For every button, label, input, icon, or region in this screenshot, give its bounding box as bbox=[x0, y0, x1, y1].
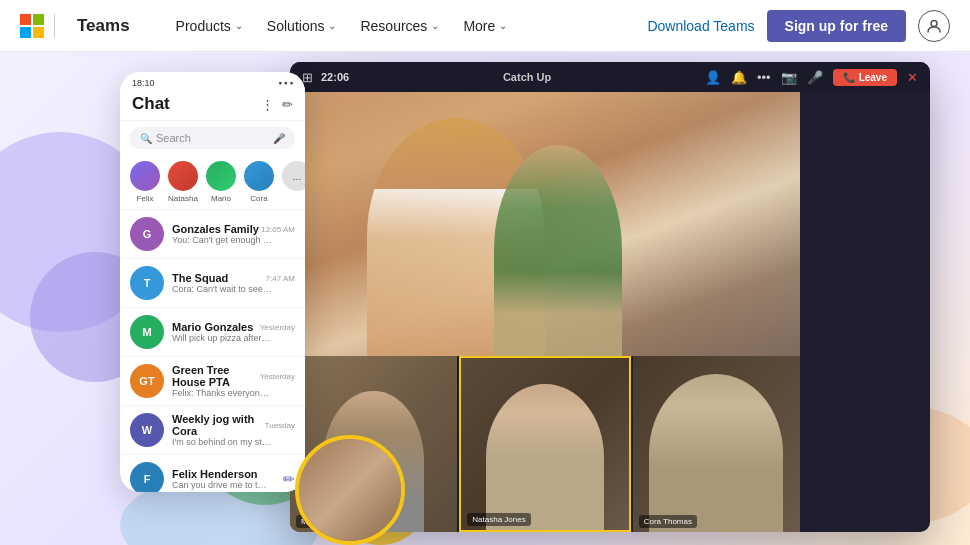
chat-info: Gonzales Family 12:05 AM You: Can't get … bbox=[172, 223, 295, 245]
person-circle bbox=[295, 435, 405, 545]
nav-products-label: Products bbox=[176, 18, 231, 34]
chat-time: Yesterday bbox=[260, 323, 295, 332]
phone-status-bar: 18:10 ▪ ▪ ▪ bbox=[120, 72, 305, 90]
chat-time: Yesterday bbox=[260, 372, 295, 381]
chat-name: Felix Henderson bbox=[172, 468, 258, 480]
list-item[interactable]: M Mario Gonzales Yesterday Will pick up … bbox=[120, 308, 305, 357]
chat-preview: I'm so behind on my step goals bbox=[172, 437, 272, 447]
chat-preview: Will pick up pizza after my practice. bbox=[172, 333, 272, 343]
leave-label: Leave bbox=[859, 72, 887, 83]
chat-time: 12:05 AM bbox=[261, 225, 295, 234]
video-name-natasha: Natasha Jones bbox=[467, 513, 530, 526]
nav-solutions[interactable]: Solutions ⌄ bbox=[257, 12, 347, 40]
chat-info: Weekly jog with Cora Tuesday I'm so behi… bbox=[172, 413, 295, 447]
phone-avatars-row: Felix Natasha Mario Cora ... bbox=[120, 155, 305, 210]
chat-name: The Squad bbox=[172, 272, 228, 284]
phone-compose-icon[interactable]: ✏ bbox=[282, 97, 293, 112]
chat-info: Mario Gonzales Yesterday Will pick up pi… bbox=[172, 321, 295, 343]
account-icon[interactable] bbox=[918, 10, 950, 42]
phone-chat-header: Chat ⋮ ✏ bbox=[120, 90, 305, 121]
search-placeholder: Search bbox=[156, 132, 191, 144]
avatar-cora[interactable]: Cora bbox=[244, 161, 274, 203]
search-icon: 🔍 bbox=[140, 133, 152, 144]
chat-name-row: Weekly jog with Cora Tuesday bbox=[172, 413, 295, 437]
chat-preview: Cora: Can't wait to see everyone! bbox=[172, 284, 272, 294]
brand-name: Teams bbox=[77, 16, 130, 36]
phone-header-icons: ⋮ ✏ bbox=[261, 97, 293, 112]
nav-products[interactable]: Products ⌄ bbox=[166, 12, 253, 40]
desktop-titlebar: ⊞ 22:06 Catch Up 👤 🔔 ••• 📷 🎤 📞 Leave ✕ bbox=[290, 62, 930, 92]
leave-button[interactable]: 📞 Leave bbox=[833, 69, 897, 86]
titlebar-controls: 👤 🔔 ••• 📷 🎤 📞 Leave ✕ bbox=[705, 69, 918, 86]
signup-button[interactable]: Sign up for free bbox=[767, 10, 906, 42]
chevron-down-icon: ⌄ bbox=[328, 20, 336, 31]
titlebar-left: ⊞ 22:06 bbox=[302, 70, 349, 85]
nav-more[interactable]: More ⌄ bbox=[453, 12, 517, 40]
chat-avatar: T bbox=[130, 266, 164, 300]
phone-search-bar[interactable]: 🔍 Search 🎤 bbox=[130, 127, 295, 149]
avatar-felix-label: Felix bbox=[137, 194, 154, 203]
chat-avatar: M bbox=[130, 315, 164, 349]
nav-more-label: More bbox=[463, 18, 495, 34]
chat-name: Gonzales Family bbox=[172, 223, 259, 235]
camera-icon[interactable]: 📷 bbox=[781, 70, 797, 85]
phone-filter-icon[interactable]: ⋮ bbox=[261, 97, 274, 112]
bell-icon[interactable]: 🔔 bbox=[731, 70, 747, 85]
avatar-mario-label: Mario bbox=[211, 194, 231, 203]
nav-resources-label: Resources bbox=[360, 18, 427, 34]
list-item[interactable]: T The Squad 7:47 AM Cora: Can't wait to … bbox=[120, 259, 305, 308]
avatar-more-icon: ... bbox=[282, 161, 305, 191]
video-big bbox=[290, 92, 800, 356]
chat-preview: Can you drive me to the PTA today bbox=[172, 480, 271, 490]
hero-section: 18:10 ▪ ▪ ▪ Chat ⋮ ✏ 🔍 Search 🎤 Felix bbox=[0, 52, 970, 545]
chat-avatar: W bbox=[130, 413, 164, 447]
avatar-cora-label: Cora bbox=[250, 194, 267, 203]
chat-name: Green Tree House PTA bbox=[172, 364, 260, 388]
chat-preview: You: Can't get enough of her! bbox=[172, 235, 272, 245]
close-icon[interactable]: ✕ bbox=[907, 70, 918, 85]
avatar-more[interactable]: ... bbox=[282, 161, 305, 203]
list-item[interactable]: W Weekly jog with Cora Tuesday I'm so be… bbox=[120, 406, 305, 455]
avatar-felix[interactable]: Felix bbox=[130, 161, 160, 203]
chat-name-row: Felix Henderson bbox=[172, 468, 271, 480]
avatar-natasha[interactable]: Natasha bbox=[168, 161, 198, 203]
main-nav: Products ⌄ Solutions ⌄ Resources ⌄ More … bbox=[166, 12, 648, 40]
mic-icon[interactable]: 🎤 bbox=[807, 70, 823, 85]
video-tile-natasha: Natasha Jones bbox=[459, 356, 630, 532]
grid-icon: ⊞ bbox=[302, 70, 313, 85]
dots-icon[interactable]: ••• bbox=[757, 70, 771, 85]
chat-name-row: Gonzales Family 12:05 AM bbox=[172, 223, 295, 235]
chat-title-text: Chat bbox=[132, 94, 170, 114]
chat-info: The Squad 7:47 AM Cora: Can't wait to se… bbox=[172, 272, 295, 294]
phone-status-icons: ▪ ▪ ▪ bbox=[278, 78, 293, 88]
people-icon[interactable]: 👤 bbox=[705, 70, 721, 85]
chat-info: Felix Henderson Can you drive me to the … bbox=[172, 468, 271, 490]
list-item[interactable]: G Gonzales Family 12:05 AM You: Can't ge… bbox=[120, 210, 305, 259]
avatar-mario[interactable]: Mario bbox=[206, 161, 236, 203]
chat-info: Green Tree House PTA Yesterday Felix: Th… bbox=[172, 364, 295, 398]
video-tile-cora: Cora Thomas bbox=[633, 356, 800, 532]
nav-solutions-label: Solutions bbox=[267, 18, 325, 34]
chat-name-row: Mario Gonzales Yesterday bbox=[172, 321, 295, 333]
list-item[interactable]: F Felix Henderson Can you drive me to th… bbox=[120, 455, 305, 492]
download-teams-link[interactable]: Download Teams bbox=[647, 18, 754, 34]
meeting-title: Catch Up bbox=[503, 71, 551, 83]
chat-name-row: Green Tree House PTA Yesterday bbox=[172, 364, 295, 388]
microsoft-logo bbox=[20, 14, 44, 38]
header-right: Download Teams Sign up for free bbox=[647, 10, 950, 42]
phone-hang-icon: 📞 bbox=[843, 72, 855, 83]
svg-point-0 bbox=[931, 20, 937, 26]
header-divider bbox=[54, 14, 55, 38]
chevron-down-icon: ⌄ bbox=[235, 20, 243, 31]
phone-time: 18:10 bbox=[132, 78, 155, 88]
chat-avatar: GT bbox=[130, 364, 164, 398]
list-item[interactable]: GT Green Tree House PTA Yesterday Felix:… bbox=[120, 357, 305, 406]
nav-resources[interactable]: Resources ⌄ bbox=[350, 12, 449, 40]
chevron-down-icon: ⌄ bbox=[431, 20, 439, 31]
chat-name: Mario Gonzales bbox=[172, 321, 253, 333]
compose-icon[interactable]: ✏ bbox=[283, 471, 295, 487]
phone-chat-title: Chat bbox=[132, 94, 170, 114]
avatar-natasha-label: Natasha bbox=[168, 194, 198, 203]
header: Teams Products ⌄ Solutions ⌄ Resources ⌄… bbox=[0, 0, 970, 52]
chat-name-row: The Squad 7:47 AM bbox=[172, 272, 295, 284]
